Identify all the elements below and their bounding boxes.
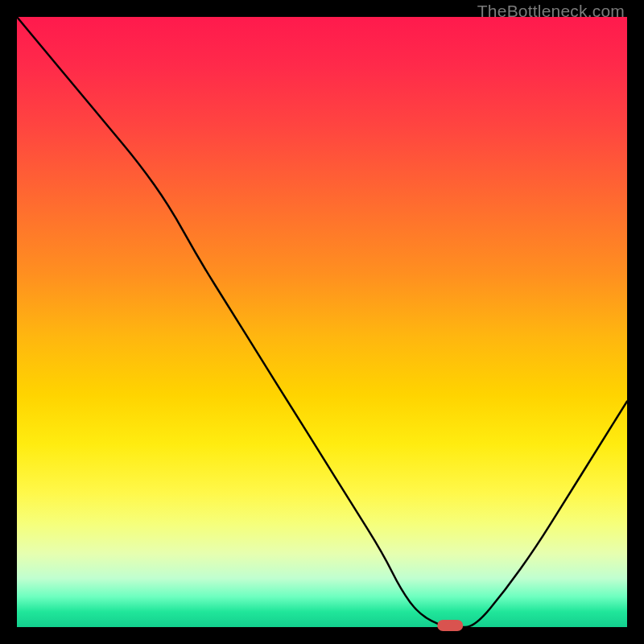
bottleneck-curve	[17, 17, 627, 627]
optimal-marker	[437, 620, 463, 631]
chart-overlay	[17, 17, 627, 627]
watermark-text: TheBottleneck.com	[477, 2, 625, 21]
chart-frame: TheBottleneck.com	[0, 0, 644, 644]
